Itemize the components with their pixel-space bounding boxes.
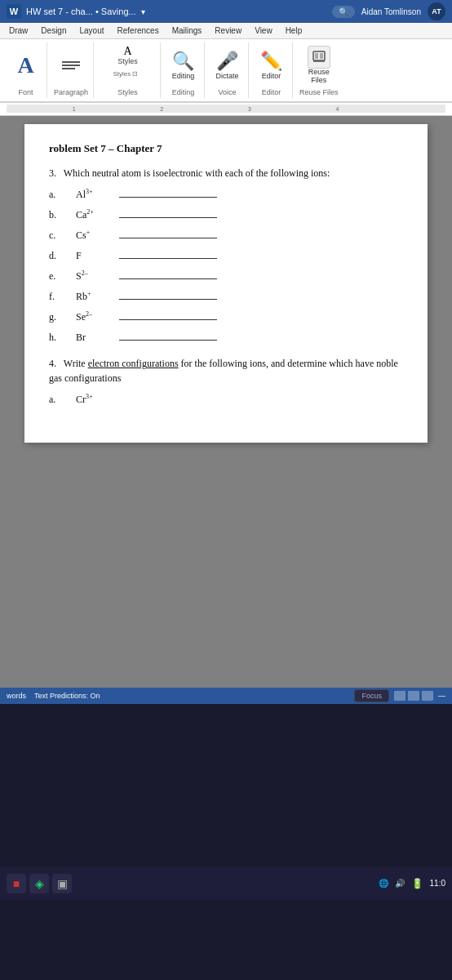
styles-dropdown-button[interactable]: A Styles xyxy=(113,44,143,67)
answer-line-g[interactable] xyxy=(119,310,217,320)
doc-title-text: roblem Set 7 – Chapter 7 xyxy=(49,142,162,154)
title-bar-right: 🔍 Aidan Tomlinson AT xyxy=(332,2,445,20)
tab-mailings[interactable]: Mailings xyxy=(166,23,208,38)
web-view-button[interactable] xyxy=(408,691,419,701)
answer-ion-h: Br xyxy=(76,330,113,345)
editing-icon-label: Editing xyxy=(172,72,195,80)
question-3-text: Which neutral atom is isoelectronic with… xyxy=(64,167,330,179)
tab-design[interactable]: Design xyxy=(35,23,72,38)
volume-icon: 🔊 xyxy=(395,879,405,888)
taskbar-app3-icon: ▣ xyxy=(57,877,68,890)
word-count-label: words xyxy=(7,692,26,700)
taskbar-app-3[interactable]: ▣ xyxy=(52,874,72,893)
tab-draw[interactable]: Draw xyxy=(3,23,33,38)
styles-group-label: Styles xyxy=(117,88,138,96)
answer-line-e[interactable] xyxy=(119,270,217,279)
answer-label-q4a: a. xyxy=(49,392,69,407)
ribbon-group-reuse: ReuseFiles Reuse Files xyxy=(295,42,343,98)
answer-line-h[interactable] xyxy=(119,331,217,341)
answer-ion-c: Cs+ xyxy=(76,228,113,243)
user-name: Aidan Tomlinson xyxy=(361,7,421,16)
paragraph-button[interactable] xyxy=(56,58,86,73)
answer-ion-b: Ca2+ xyxy=(76,207,113,222)
print-view-button[interactable] xyxy=(394,691,405,701)
focus-button[interactable]: Focus xyxy=(354,689,389,702)
tab-references[interactable]: References xyxy=(112,23,165,38)
editing-button[interactable]: 🔍 Editing xyxy=(169,49,198,82)
reuse-label: ReuseFiles xyxy=(308,69,330,85)
answer-item-a: a. Al3+ xyxy=(49,187,403,202)
answer-line-b[interactable] xyxy=(119,208,217,218)
font-icon: A xyxy=(17,54,33,77)
taskbar-app-1[interactable]: ■ xyxy=(7,874,26,893)
answer-ion-e: S2– xyxy=(76,269,113,283)
question-3-block: 3. Which neutral atom is isoelectronic w… xyxy=(49,166,403,345)
ruler-mark-2: 2 xyxy=(160,106,163,112)
title-dropdown-arrow[interactable]: ▾ xyxy=(141,7,145,16)
answer-ion-d: F xyxy=(76,248,113,263)
answer-label-d: d. xyxy=(49,248,69,263)
answer-ion-g: Se2– xyxy=(76,310,113,324)
search-bar[interactable]: 🔍 xyxy=(332,6,355,18)
document-area: roblem Set 7 – Chapter 7 3. Which neutra… xyxy=(0,116,452,688)
answer-line-f[interactable] xyxy=(119,290,217,300)
ribbon-group-font: A Font xyxy=(5,42,47,98)
answer-ion-a: Al3+ xyxy=(76,187,113,202)
title-bar: W HW set 7 - cha... • Saving... ▾ 🔍 Aida… xyxy=(0,0,452,23)
taskbar-app-2[interactable]: ◈ xyxy=(29,874,49,893)
user-avatar[interactable]: AT xyxy=(428,2,445,20)
svg-rect-2 xyxy=(320,53,323,59)
tab-review[interactable]: Review xyxy=(209,23,247,38)
answer-item-c: c. Cs+ xyxy=(49,228,403,243)
zoom-level: — xyxy=(438,692,445,700)
ribbon-content: A Font Paragraph A Styles xyxy=(0,39,452,103)
question-4-block: 4. Write electron configurations for the… xyxy=(49,356,403,407)
document-heading: roblem Set 7 – Chapter 7 xyxy=(49,140,403,157)
answer-ion-f: Rb+ xyxy=(76,289,113,304)
tab-layout[interactable]: Layout xyxy=(73,23,109,38)
dictate-button[interactable]: 🎤 Dictate xyxy=(213,49,242,82)
taskbar-app1-icon: ■ xyxy=(13,877,20,890)
answer-label-g: g. xyxy=(49,310,69,324)
styles-a-icon: A xyxy=(123,46,131,57)
read-view-button[interactable] xyxy=(422,691,433,701)
answer-line-c[interactable] xyxy=(119,229,217,238)
tab-help[interactable]: Help xyxy=(280,23,308,38)
answer-line-a[interactable] xyxy=(119,188,217,198)
answer-line-d[interactable] xyxy=(119,249,217,259)
answer-item-d: d. F xyxy=(49,248,403,263)
paragraph-group-label: Paragraph xyxy=(54,88,88,96)
ribbon-group-styles: A Styles Styles ⊡ Styles xyxy=(95,42,161,98)
styles-text: Styles xyxy=(113,70,131,78)
ribbon-group-dictate: 🎤 Dictate Voice xyxy=(206,42,249,98)
editing-icon: 🔍 xyxy=(172,51,194,72)
text-predictions-status: Text Predictions: On xyxy=(34,692,100,700)
dictate-label: Dictate xyxy=(216,72,239,80)
question-4-number: 4. xyxy=(49,358,61,369)
question-3-number: 3. xyxy=(49,167,61,179)
document-page[interactable]: roblem Set 7 – Chapter 7 3. Which neutra… xyxy=(24,124,428,443)
font-button[interactable]: A xyxy=(11,52,41,78)
taskbar-apps: ■ ◈ ▣ xyxy=(7,874,72,893)
reuse-button[interactable]: ReuseFiles xyxy=(304,44,334,87)
ribbon-group-editing: 🔍 Editing Editing xyxy=(162,42,205,98)
dictate-group-label: Voice xyxy=(219,88,237,96)
editor-group-label: Editor xyxy=(262,88,281,96)
styles-expand-icon[interactable]: ⊡ xyxy=(132,70,138,78)
question-3-header: 3. Which neutral atom is isoelectronic w… xyxy=(49,166,403,180)
ruler-mark-1: 1 xyxy=(73,106,76,112)
styles-buttons: A Styles Styles ⊡ xyxy=(113,44,143,87)
status-bar: words Text Predictions: On Focus — xyxy=(0,688,452,704)
status-bar-right: Focus — xyxy=(354,689,445,702)
tab-view[interactable]: View xyxy=(249,23,278,38)
question-4-text-write: Write electron configurations for the fo… xyxy=(49,358,398,384)
answer-label-h: h. xyxy=(49,330,69,345)
editor-button[interactable]: ✏️ Editor xyxy=(257,49,286,82)
network-icon: 🌐 xyxy=(379,879,388,888)
font-buttons: A xyxy=(11,44,41,87)
answer-item-q4a: a. Cr3+ xyxy=(49,392,403,407)
document-title: HW set 7 - cha... • Saving... xyxy=(26,7,136,16)
word-app-icon: W xyxy=(7,4,21,19)
styles-sub-label: Styles ⊡ xyxy=(113,70,139,78)
ribbon-group-paragraph: Paragraph xyxy=(49,42,94,98)
